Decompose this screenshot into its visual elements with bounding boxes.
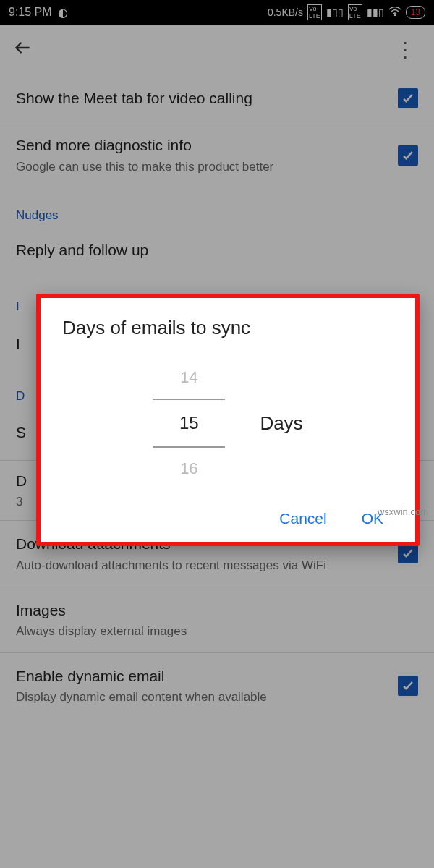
cancel-button[interactable]: Cancel [279,510,326,527]
picker-unit-label: Days [260,412,302,435]
sync-days-dialog: Days of emails to sync 14 15 16 Days Can… [36,294,420,546]
picker-prev-value[interactable]: 14 [153,357,225,399]
number-picker[interactable]: 14 15 16 Days [62,357,393,490]
picker-selected-value[interactable]: 15 [153,399,225,448]
dialog-title: Days of emails to sync [62,317,393,339]
watermark-text: wsxwin.com [378,506,428,517]
picker-next-value[interactable]: 16 [153,448,225,490]
